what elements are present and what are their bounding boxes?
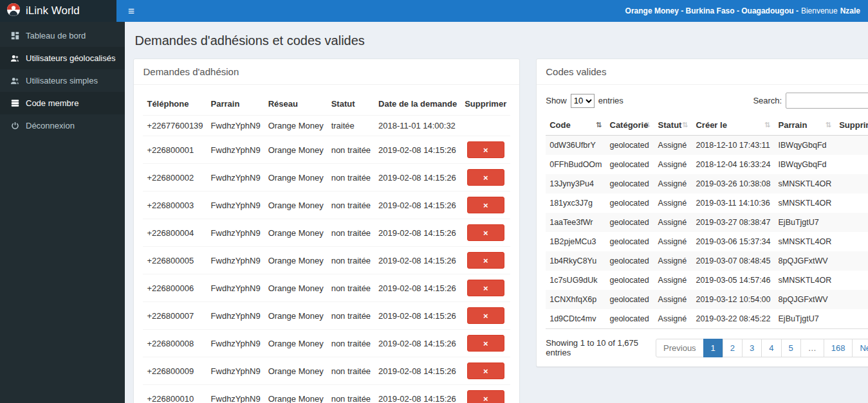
- request-network: Orange Money: [264, 357, 328, 385]
- requests-column-telephone: Téléphone: [143, 93, 207, 116]
- search-input[interactable]: [786, 93, 868, 109]
- code-status: Assigné: [654, 174, 692, 193]
- codes-column-code[interactable]: ⇅Code: [546, 115, 605, 136]
- codes-column-supprimer[interactable]: ⇅Supprimer: [835, 115, 868, 136]
- search-label: Search:: [753, 96, 782, 105]
- sidebar: Tableau de bordUtilisateurs géolocalisés…: [0, 22, 125, 403]
- column-label: Code: [549, 120, 571, 130]
- delete-request-button[interactable]: ×: [467, 141, 504, 158]
- request-status: non traitée: [328, 192, 374, 219]
- codes-column-categorie[interactable]: ⇅Catégorie: [606, 115, 654, 136]
- page-button-168[interactable]: 168: [824, 339, 853, 357]
- code-category: geolocated: [606, 174, 654, 193]
- delete-request-button[interactable]: ×: [467, 224, 504, 241]
- request-delete-cell: ×: [461, 302, 510, 330]
- sidebar-toggle-button[interactable]: ≡: [124, 4, 138, 18]
- request-parrain: FwdhzYphN9: [207, 192, 264, 219]
- codes-column-statut[interactable]: ⇅Statut: [654, 115, 692, 136]
- delete-request-button[interactable]: ×: [467, 280, 504, 296]
- column-label: Catégorie: [610, 120, 649, 130]
- page-button-1[interactable]: 1: [703, 339, 723, 357]
- page-button-5[interactable]: 5: [781, 339, 801, 357]
- code-created: 2019-03-11 14:10:36: [692, 193, 774, 213]
- request-parrain: FwdhzYphN9: [207, 116, 264, 136]
- sidebar-item-tableau-de-bord[interactable]: Tableau de bord: [0, 24, 125, 47]
- request-network: Orange Money: [264, 136, 328, 164]
- x-icon: ×: [483, 228, 488, 238]
- server-icon: [10, 99, 20, 107]
- requests-column-date-de-la-demande: Date de la demande: [374, 93, 461, 116]
- code-value: 1b4RkyC8Yu: [546, 251, 605, 271]
- code-parrain: 8pQJGFxtWV: [775, 251, 836, 271]
- request-date: 2019-02-08 14:15:26: [374, 385, 461, 403]
- code-delete-cell: [835, 174, 868, 193]
- sidebar-item-label: Utilisateurs géolocalisés: [26, 53, 115, 63]
- code-delete-cell: [835, 309, 868, 329]
- column-label: Parrain: [779, 120, 808, 130]
- sidebar-item-deconnexion[interactable]: Déconnexion: [0, 114, 125, 137]
- delete-request-button[interactable]: ×: [467, 169, 504, 186]
- code-status: Assigné: [654, 136, 692, 156]
- requests-table: TéléphoneParrainRéseauStatutDate de la d…: [143, 93, 510, 403]
- code-category: geolocated: [606, 251, 654, 271]
- x-icon: ×: [483, 366, 488, 376]
- request-parrain: FwdhzYphN9: [207, 164, 264, 192]
- brand[interactable]: iLink World: [0, 0, 116, 22]
- requests-panel: Demandes d'adhésion TéléphoneParrainRése…: [133, 58, 520, 403]
- code-parrain: sMNSKTL4OR: [775, 193, 836, 213]
- code-created: 2018-12-04 16:33:24: [692, 155, 774, 174]
- delete-request-button[interactable]: ×: [467, 335, 504, 352]
- codes-column-parrain[interactable]: ⇅Parrain: [775, 115, 836, 136]
- request-date: 2018-11-01 14:00:32: [374, 116, 461, 136]
- navbar-username: Nzale: [840, 6, 860, 15]
- x-icon: ×: [483, 173, 488, 183]
- page-button-3[interactable]: 3: [742, 339, 762, 357]
- column-label: Créer le: [696, 120, 726, 130]
- x-icon: ×: [483, 311, 488, 321]
- delete-request-button[interactable]: ×: [467, 390, 504, 403]
- code-status: Assigné: [654, 213, 692, 232]
- requests-column-supprimer: Supprimer: [461, 93, 510, 116]
- codes-column-creer-le[interactable]: ⇅Créer le: [692, 115, 774, 136]
- navbar: ≡ Orange Money - Burkina Faso - Ouagadou…: [116, 0, 868, 22]
- page-button-ellipsis: …: [800, 339, 824, 357]
- requests-header-row: TéléphoneParrainRéseauStatutDate de la d…: [143, 93, 510, 116]
- requests-column-reseau: Réseau: [264, 93, 328, 116]
- page-button-next[interactable]: Next: [852, 339, 868, 357]
- delete-request-button[interactable]: ×: [467, 252, 504, 269]
- delete-request-button[interactable]: ×: [467, 363, 504, 379]
- request-network: Orange Money: [264, 219, 328, 247]
- app-window: iLink World ≡ Orange Money - Burkina Fas…: [0, 0, 868, 403]
- delete-request-button[interactable]: ×: [467, 307, 504, 324]
- page-button-4[interactable]: 4: [761, 339, 781, 357]
- x-icon: ×: [483, 256, 488, 265]
- x-icon: ×: [483, 145, 488, 155]
- code-value: 1CNXhfqX6p: [546, 290, 605, 309]
- delete-request-button[interactable]: ×: [467, 197, 504, 213]
- code-value: 1aaTee3fWr: [546, 213, 605, 232]
- request-delete-cell: ×: [461, 164, 510, 192]
- sidebar-item-code-membre[interactable]: Code membre: [0, 92, 125, 114]
- code-category: geolocated: [606, 290, 654, 309]
- request-delete-cell: ×: [461, 330, 510, 357]
- request-phone: +226800009: [143, 357, 207, 385]
- request-network: Orange Money: [264, 330, 328, 357]
- x-icon: ×: [483, 339, 488, 348]
- code-status: Assigné: [654, 290, 692, 309]
- code-created: 2019-03-07 08:48:45: [692, 251, 774, 271]
- code-row: 0FFhBudOOmgeolocatedAssigné2018-12-04 16…: [546, 155, 868, 174]
- request-status: non traitée: [328, 136, 374, 164]
- sidebar-item-utilisateurs-geolocalises[interactable]: Utilisateurs géolocalisés: [0, 47, 125, 69]
- code-row: 1B2pjeMCu3geolocatedAssigné2019-03-06 15…: [546, 232, 868, 251]
- page-length-select[interactable]: 10: [571, 94, 595, 108]
- request-row: +226800010FwdhzYphN9Orange Moneynon trai…: [143, 385, 510, 403]
- request-row: +226800007FwdhzYphN9Orange Moneynon trai…: [143, 302, 510, 330]
- sidebar-item-utilisateurs-simples[interactable]: Utilisateurs simples: [0, 69, 125, 92]
- code-category: geolocated: [606, 271, 654, 290]
- request-phone: +226800008: [143, 330, 207, 357]
- sort-icon: ⇅: [596, 121, 602, 129]
- request-phone: +226800007: [143, 302, 207, 330]
- page-button-2[interactable]: 2: [723, 339, 743, 357]
- code-parrain: EjBuTjgtU7: [775, 213, 836, 232]
- code-category: geolocated: [606, 232, 654, 251]
